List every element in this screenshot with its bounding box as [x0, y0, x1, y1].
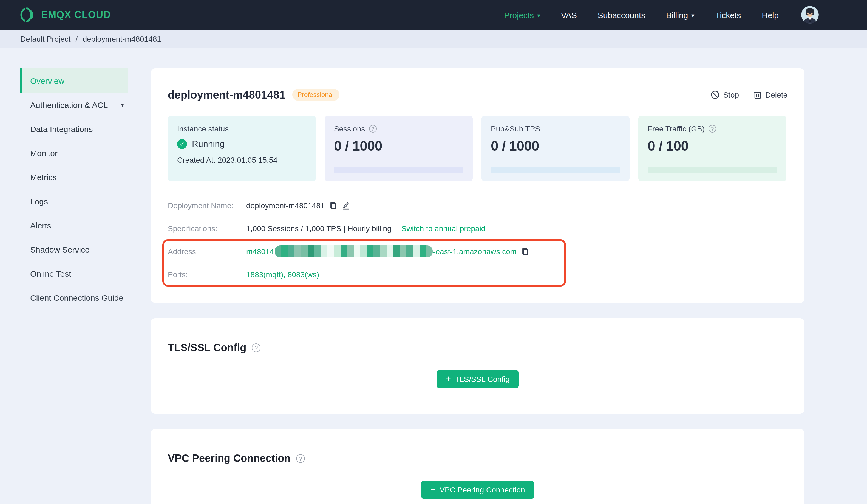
question-circle-icon[interactable]: ? [369, 125, 377, 133]
instance-status-value: Running [192, 139, 225, 149]
instance-status-label: Instance status [177, 124, 229, 133]
sessions-progress-bar [334, 166, 463, 173]
breadcrumb-project[interactable]: Default Project [20, 34, 71, 43]
copy-icon[interactable] [329, 201, 337, 210]
breadcrumb-separator: / [76, 34, 78, 43]
nav-item-tickets[interactable]: Tickets [705, 0, 751, 30]
pubsub-tps-progress-bar [491, 166, 620, 173]
free-traffic-value: 0 / 100 [647, 138, 777, 154]
edit-icon[interactable] [342, 201, 351, 210]
question-circle-icon[interactable]: ? [252, 343, 260, 352]
add-tls-ssl-config-label: TLS/SSL Config [455, 375, 510, 383]
add-vpc-peering-button[interactable]: + VPC Peering Connection [421, 481, 534, 498]
vpc-peering-title: VPC Peering Connection [168, 452, 291, 464]
sidebar-item-label: Authentication & ACL [30, 100, 108, 109]
brand-logo[interactable]: EMQX CLOUD [19, 7, 111, 23]
nav-label: Billing [666, 10, 688, 20]
sidebar-item-metrics[interactable]: Metrics [20, 165, 128, 189]
free-traffic-label: Free Traffic (GB) [647, 124, 705, 133]
delete-label: Delete [765, 90, 788, 99]
deployment-name-row: Deployment Name: deployment-m4801481 [168, 194, 788, 217]
nav-item-projects[interactable]: Projects ▾ [494, 0, 550, 30]
sidebar-item-client-connections-guide[interactable]: Client Connections Guide [20, 285, 128, 309]
deployment-name-value: deployment-m4801481 [246, 201, 325, 210]
sidebar-item-overview[interactable]: Overview [20, 68, 128, 92]
specifications-row: Specifications: 1,000 Sessions / 1,000 T… [168, 217, 788, 240]
sidebar-item-data-integrations[interactable]: Data Integrations [20, 117, 128, 141]
user-avatar[interactable] [801, 6, 819, 24]
sidebar-item-label: Online Test [30, 269, 71, 278]
instance-status-card: Instance status ✓ Running Created At: 20… [168, 116, 316, 181]
specifications-value: 1,000 Sessions / 1,000 TPS | Hourly bill… [246, 224, 392, 233]
sessions-value: 0 / 1000 [334, 138, 463, 154]
tls-ssl-title: TLS/SSL Config [168, 342, 246, 354]
free-traffic-progress-bar [647, 166, 777, 173]
stop-button[interactable]: Stop [710, 90, 739, 99]
nav-label: Projects [504, 10, 534, 20]
nav-item-help[interactable]: Help [751, 0, 789, 30]
sidebar-item-label: Overview [30, 76, 64, 85]
sidebar-item-label: Alerts [30, 220, 51, 230]
delete-button[interactable]: Delete [753, 90, 788, 99]
emqx-logo-icon [19, 7, 36, 23]
sidebar-item-authentication-acl[interactable]: Authentication & ACL ▾ [20, 92, 128, 117]
question-circle-icon[interactable]: ? [296, 454, 305, 463]
address-prefix: m48014 [246, 247, 274, 256]
stop-icon [710, 90, 719, 99]
nav-label: Subaccounts [598, 10, 645, 20]
pubsub-tps-value: 0 / 1000 [491, 138, 620, 154]
trash-icon [753, 90, 761, 99]
plan-badge: Professional [292, 89, 339, 101]
address-label: Address: [168, 247, 246, 256]
created-at-text: Created At: 2023.01.05 15:54 [177, 156, 307, 164]
top-navbar: EMQX CLOUD Projects ▾ VAS Subaccounts Bi… [0, 0, 867, 30]
specifications-label: Specifications: [168, 224, 246, 233]
chevron-down-icon: ▾ [121, 101, 124, 108]
deployment-name-label: Deployment Name: [168, 201, 246, 210]
stop-label: Stop [723, 90, 739, 99]
address-suffix: -east-1.amazonaws.com [433, 247, 516, 256]
ports-row: Ports: 1883(mqtt), 8083(ws) [168, 263, 788, 286]
nav-item-billing[interactable]: Billing ▾ [656, 0, 705, 30]
sessions-card: Sessions ? 0 / 1000 [325, 116, 473, 181]
sidebar: Overview Authentication & ACL ▾ Data Int… [0, 48, 128, 504]
nav-label: Help [762, 10, 779, 20]
ports-label: Ports: [168, 270, 246, 279]
tls-ssl-card: TLS/SSL Config ? + TLS/SSL Config [151, 318, 804, 414]
deployment-overview-card: deployment-m4801481 Professional Stop [151, 68, 804, 303]
copy-icon[interactable] [521, 247, 529, 255]
sidebar-item-label: Monitor [30, 148, 57, 157]
sidebar-item-monitor[interactable]: Monitor [20, 141, 128, 165]
sessions-label: Sessions [334, 124, 365, 133]
brand-name: EMQX CLOUD [41, 9, 111, 21]
vpc-peering-card: VPC Peering Connection ? + VPC Peering C… [151, 429, 804, 504]
sidebar-item-online-test[interactable]: Online Test [20, 261, 128, 285]
add-vpc-peering-label: VPC Peering Connection [440, 485, 525, 494]
nav-label: Tickets [715, 10, 741, 20]
nav-item-vas[interactable]: VAS [550, 0, 587, 30]
free-traffic-card: Free Traffic (GB) ? 0 / 100 [638, 116, 786, 181]
sidebar-item-alerts[interactable]: Alerts [20, 213, 128, 237]
redacted-address-mosaic [275, 245, 432, 258]
sidebar-item-label: Metrics [30, 172, 57, 182]
breadcrumb-current: deployment-m4801481 [83, 34, 161, 43]
switch-annual-prepaid-link[interactable]: Switch to annual prepaid [402, 224, 485, 233]
chevron-down-icon: ▾ [537, 12, 540, 18]
plus-icon: + [446, 374, 451, 383]
sidebar-item-label: Logs [30, 196, 48, 206]
nav-label: VAS [561, 10, 577, 20]
plus-icon: + [430, 485, 436, 494]
ports-value: 1883(mqtt), 8083(ws) [246, 270, 319, 279]
sidebar-item-label: Client Connections Guide [30, 293, 124, 302]
sidebar-item-shadow-service[interactable]: Shadow Service [20, 237, 128, 261]
chevron-down-icon: ▾ [691, 12, 694, 18]
question-circle-icon[interactable]: ? [708, 125, 716, 133]
pubsub-tps-card: Pub&Sub TPS 0 / 1000 [481, 116, 630, 181]
sidebar-item-logs[interactable]: Logs [20, 189, 128, 213]
top-nav-menu: Projects ▾ VAS Subaccounts Billing ▾ Tic… [494, 0, 867, 30]
sidebar-item-label: Shadow Service [30, 244, 90, 254]
breadcrumb: Default Project / deployment-m4801481 [0, 30, 867, 48]
add-tls-ssl-config-button[interactable]: + TLS/SSL Config [436, 370, 519, 388]
nav-item-subaccounts[interactable]: Subaccounts [587, 0, 656, 30]
check-circle-icon: ✓ [177, 139, 187, 149]
